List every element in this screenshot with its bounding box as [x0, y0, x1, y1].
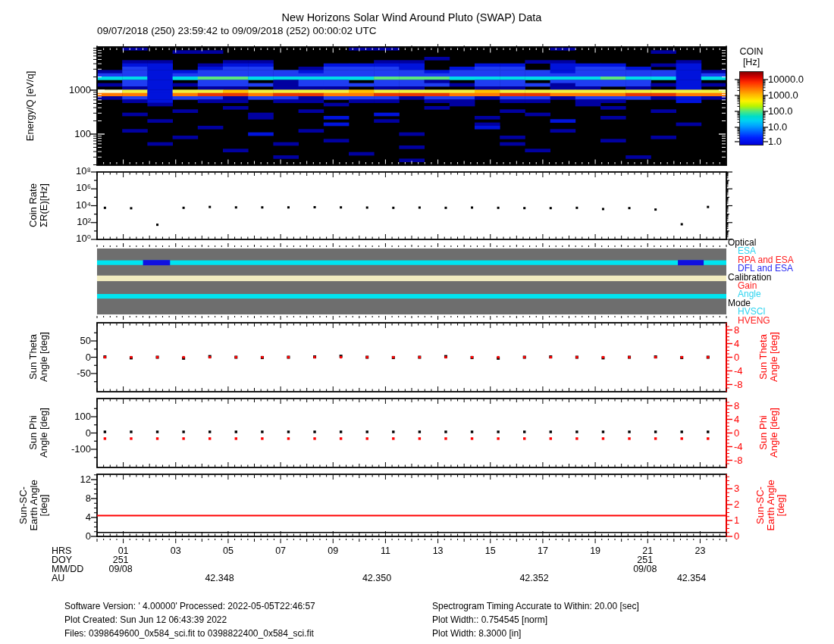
theta-right-ytick-label: 4 — [734, 339, 739, 349]
earth-right-ytick-label: 2 — [734, 499, 739, 510]
hour-tick-label: 13 — [433, 546, 444, 556]
earth-left-line1: Sun-SC- — [18, 480, 29, 530]
au-value-label: 42.354 — [677, 573, 706, 583]
colorbar-tick-label: 10000.0 — [768, 74, 804, 85]
footer-timing-accuracy: Spectrogram Timing Accurate to Within: 2… — [432, 601, 639, 611]
footer-files: Files: 0398649600_0x584_sci.fit to 03988… — [64, 628, 314, 639]
footer-plot-width-in: Plot Width: 8.3000 [in] — [432, 628, 521, 639]
coin-ytick-label: 10⁶ — [76, 183, 91, 193]
phi-left-ytick-label: 0 — [86, 428, 91, 439]
coin-axis-label: Coin Rate ΣR(E)[Hz] — [28, 183, 49, 227]
phi-right-ytick-label: -4 — [734, 442, 743, 452]
earth-left-ytick-label: 12 — [80, 474, 91, 485]
earth-left-ytick-label: 4 — [86, 512, 91, 523]
theta-right-ytick-label: -4 — [734, 366, 743, 377]
hour-tick-label: 15 — [485, 546, 496, 556]
earth-right-ytick-label: 0 — [734, 531, 739, 542]
earth-left-ytick-label: 8 — [86, 493, 91, 504]
theta-right-line1: Sun Theta — [758, 332, 769, 382]
colorbar-title-line1: COIN — [739, 47, 763, 58]
hour-tick-label: 19 — [590, 546, 600, 556]
theta-right-axis-label: Sun Theta Angle [deg] — [758, 332, 779, 382]
au-value-label: 42.350 — [362, 573, 391, 583]
colorbar-tick-label: 10.0 — [768, 122, 787, 133]
theta-right-ytick-label: -8 — [734, 380, 743, 390]
hour-tick-label: 11 — [381, 546, 390, 556]
mmdd-value-label: 09/08 — [108, 564, 132, 574]
colorbar-tick-label: 100.0 — [768, 106, 793, 117]
coin-axis-label-line2: ΣR(E)[Hz] — [38, 183, 49, 227]
phi-right-line1: Sun Phi — [758, 408, 769, 458]
au-row-header: AU — [52, 573, 64, 583]
earth-right-ytick-label: 3 — [734, 483, 739, 494]
coin-ytick-label: 10⁸ — [76, 166, 91, 177]
earth-right-axis-label: Sun-SC- Earth Angle [deg] — [755, 480, 786, 530]
colorbar-title: COIN [Hz] — [739, 47, 763, 67]
colorbar-tick-label: 1.0 — [768, 136, 782, 147]
earth-left-line2: Earth Angle — [28, 480, 39, 530]
earth-right-line2: Earth Angle — [765, 480, 776, 530]
phi-right-line2: Angle [deg] — [768, 408, 779, 458]
phi-left-ytick-label: -100 — [71, 444, 91, 455]
hour-tick-label: 03 — [171, 546, 181, 556]
theta-left-line1: Sun Theta — [28, 332, 39, 382]
earth-right-ytick-label: 1 — [734, 515, 739, 526]
phi-left-line1: Sun Phi — [28, 408, 39, 458]
phi-left-line2: Angle [deg] — [38, 408, 49, 458]
hour-tick-label: 09 — [328, 546, 338, 556]
theta-left-ytick-label: 0 — [86, 352, 91, 363]
coin-axis-label-line1: Coin Rate — [28, 183, 39, 227]
footer-software-version: Software Version: ' 4.00000' Processed: … — [64, 601, 315, 611]
energy-ytick-label: 100 — [74, 129, 91, 139]
phi-right-axis-label: Sun Phi Angle [deg] — [758, 408, 779, 458]
earth-right-line3: [deg] — [776, 480, 786, 530]
footer-plot-created: Plot Created: Sun Jun 12 06:43:39 2022 — [64, 614, 227, 625]
status-legend: OpticalESARPA and ESADFL and ESACalibrat… — [728, 239, 794, 325]
plot-subtitle: 09/07/2018 (250) 23:59:42 to 09/09/2018 … — [97, 25, 377, 36]
theta-left-axis-label: Sun Theta Angle [deg] — [28, 332, 49, 382]
theta-left-ytick-label: -50 — [77, 368, 91, 379]
theta-left-ytick-label: 50 — [80, 336, 91, 346]
phi-left-ytick-label: 100 — [74, 411, 91, 422]
phi-right-ytick-label: -8 — [734, 455, 743, 466]
hour-tick-label: 05 — [223, 546, 234, 556]
swap-plot-page: New Horizons Solar Wind Around Pluto (SW… — [0, 0, 834, 644]
coin-ytick-label: 10² — [77, 217, 91, 227]
coin-ytick-label: 10⁴ — [76, 200, 91, 211]
phi-right-ytick-label: 4 — [734, 414, 739, 425]
theta-right-ytick-label: 0 — [734, 352, 739, 363]
colorbar — [740, 72, 763, 145]
colorbar-title-line2: [Hz] — [739, 58, 763, 68]
phi-right-ytick-label: 0 — [734, 428, 739, 439]
theta-right-ytick-label: 8 — [734, 325, 739, 336]
energy-axis-label: Energy/Q [eV/q] — [25, 71, 36, 142]
au-value-label: 42.352 — [519, 573, 548, 583]
earth-left-axis-label: Sun-SC- Earth Angle [deg] — [18, 480, 49, 530]
coin-ytick-label: 10⁰ — [76, 233, 91, 244]
plot-title: New Horizons Solar Wind Around Pluto (SW… — [97, 11, 726, 23]
hour-tick-label: 17 — [538, 546, 548, 556]
hour-tick-label: 23 — [694, 546, 705, 556]
hour-tick-label: 07 — [275, 546, 286, 556]
colorbar-tick-label: 1000.0 — [768, 90, 798, 101]
energy-ytick-label: 1000 — [69, 85, 91, 95]
theta-left-line2: Angle [deg] — [38, 332, 49, 382]
phi-left-axis-label: Sun Phi Angle [deg] — [28, 408, 49, 458]
phi-right-ytick-label: 8 — [734, 401, 739, 411]
footer-plot-width-norm: Plot Width:: 0.754545 [norm] — [432, 614, 547, 625]
earth-right-line1: Sun-SC- — [755, 480, 766, 530]
earth-left-ytick-label: 0 — [86, 531, 91, 542]
earth-left-line3: [deg] — [39, 480, 49, 530]
theta-right-line2: Angle [deg] — [768, 332, 779, 382]
mmdd-value-label: 09/08 — [633, 564, 657, 574]
au-value-label: 42.348 — [205, 573, 234, 583]
